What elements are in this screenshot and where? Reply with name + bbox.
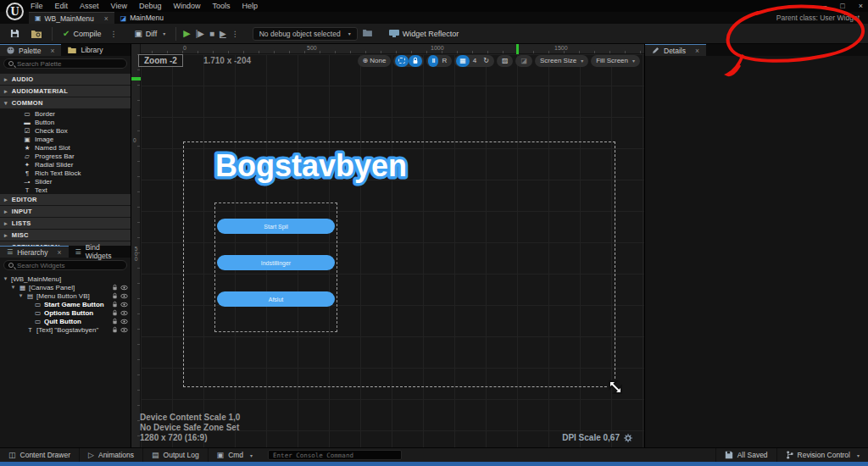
browse-asset-button[interactable]	[28, 28, 45, 40]
hierarchy-row-start-game-button[interactable]: ▭Start Game Button	[0, 300, 131, 308]
tab-mainmenu-level[interactable]: ◪ MainMenu	[114, 12, 170, 24]
hierarchy-row-text-bogstavbyen[interactable]: T[Text] "Bogstavbyen"	[0, 325, 131, 334]
lock-icon[interactable]	[112, 309, 118, 316]
hierarchy-row-canvas-panel[interactable]: ▾▦[Canvas Panel]	[0, 283, 131, 291]
browse-debug-icon[interactable]	[363, 29, 372, 38]
screen-size-dropdown[interactable]: Screen Size▾	[535, 55, 588, 67]
palette-group-input[interactable]: ▸INPUT	[0, 206, 131, 217]
eye-icon[interactable]	[120, 285, 128, 291]
play-button[interactable]: ▶	[183, 28, 190, 39]
lock-icon[interactable]	[112, 284, 118, 291]
unreal-logo-icon[interactable]: U	[6, 3, 24, 20]
palette-item-border[interactable]: ▭Border	[0, 109, 131, 118]
tab-close-icon[interactable]: ×	[695, 47, 699, 55]
menu-edit[interactable]: Edit	[55, 2, 69, 10]
tab-wb-mainmenu[interactable]: ▣ WB_MainMenu ×	[29, 12, 114, 24]
palette-item-text[interactable]: TText	[0, 186, 131, 194]
menu-widget-button-afslut[interactable]: Afslut	[217, 291, 335, 307]
lock-icon[interactable]	[112, 301, 118, 308]
palette-item-button[interactable]: ▬Button	[0, 118, 131, 126]
console-command-input[interactable]	[268, 450, 402, 460]
tab-close-icon[interactable]: ×	[50, 47, 54, 55]
palette-search-input[interactable]	[17, 60, 110, 68]
selection-outline-toggle[interactable]	[395, 55, 409, 67]
compile-options-icon[interactable]: ⋮	[109, 30, 117, 38]
menu-help[interactable]: Help	[242, 2, 258, 10]
eye-icon[interactable]	[120, 327, 128, 333]
menu-view[interactable]: View	[111, 2, 127, 10]
palette-group-audio[interactable]: ▸AUDIO	[0, 74, 131, 85]
palette-group-common[interactable]: ▾COMMON	[0, 97, 131, 108]
eye-icon[interactable]	[120, 302, 128, 308]
lock-icon[interactable]	[112, 318, 118, 325]
eye-icon[interactable]	[120, 293, 128, 299]
hierarchy-search[interactable]	[3, 260, 127, 270]
cmd-dropdown[interactable]: ▣ Cmd ▾	[209, 448, 261, 463]
tab-close-icon[interactable]: ×	[104, 14, 108, 23]
palette-group-misc[interactable]: ▸MISC	[0, 230, 131, 241]
all-saved-button[interactable]: All Saved	[715, 448, 776, 463]
eye-icon[interactable]	[120, 319, 128, 325]
lock-icon[interactable]	[112, 326, 118, 333]
menu-debug[interactable]: Debug	[139, 2, 162, 10]
gear-icon[interactable]	[624, 434, 632, 442]
palette-item-image[interactable]: ▣Image	[0, 135, 131, 143]
preview-background-dropdown[interactable]: ⊕None	[358, 55, 392, 67]
palette-group-lists[interactable]: ▸LISTS	[0, 218, 131, 229]
tab-hierarchy[interactable]: ☰ Hierarchy ×	[0, 246, 69, 258]
lock-widgets-toggle[interactable]	[409, 55, 422, 67]
preview-image-button[interactable]: ◪	[517, 55, 531, 67]
step-frame-button[interactable]: |▶	[196, 29, 204, 38]
diff-button[interactable]: ▣ Diff ▾	[131, 28, 169, 40]
stop-button[interactable]: ■	[209, 29, 214, 38]
palette-group-audiomaterial[interactable]: ▸AUDIOMATERIAL	[0, 86, 131, 97]
minimize-button[interactable]: –	[822, 2, 826, 10]
content-drawer-button[interactable]: ◫ Content Drawer	[0, 448, 80, 463]
palette-search[interactable]	[3, 58, 127, 69]
tab-library[interactable]: Library	[61, 44, 109, 56]
palette-item-named-slot[interactable]: ★Named Slot	[0, 143, 131, 152]
tab-details[interactable]: Details ×	[645, 44, 706, 56]
menu-asset[interactable]: Asset	[80, 2, 99, 10]
tab-palette[interactable]: Palette ×	[0, 44, 61, 56]
menu-widget-button-start-spil[interactable]: Start Spil	[217, 219, 335, 234]
menu-tools[interactable]: Tools	[212, 2, 230, 10]
compile-button[interactable]: ✔ Compile	[59, 27, 104, 40]
menu-window[interactable]: Window	[173, 2, 200, 10]
palette-item-progress-bar[interactable]: ▱Progress Bar	[0, 152, 131, 160]
hierarchy-row-quit-button[interactable]: ▭Quit Button	[0, 317, 131, 325]
grid-snap-toggle[interactable]: ▦	[456, 55, 470, 67]
palette-item-radial-slider[interactable]: ✦Radial Slider	[0, 160, 131, 169]
hierarchy-row-menu-button-vb[interactable]: ▾▤[Menu Button VB]	[0, 291, 131, 300]
r-toggle[interactable]: R	[438, 55, 450, 67]
menu-widget-button-indstillinger[interactable]: Indstillinger	[217, 255, 335, 270]
play-options-icon[interactable]: ⋮	[231, 30, 239, 38]
eye-icon[interactable]	[120, 310, 128, 316]
grid-snap-size[interactable]: 4	[470, 55, 480, 67]
lock-icon[interactable]	[112, 292, 118, 299]
hierarchy-search-input[interactable]	[17, 262, 110, 269]
close-button[interactable]: ×	[859, 2, 863, 10]
save-button[interactable]	[7, 27, 23, 40]
hierarchy-row-options-button[interactable]: ▭Options Button	[0, 308, 131, 317]
design-surface[interactable]: Bogstavbyen Start SpilIndstillingerAfslu…	[141, 54, 644, 447]
game-title-text[interactable]: Bogstavbyen	[212, 144, 415, 188]
palette-item-rich-text-block[interactable]: ¶Rich Text Block	[0, 169, 131, 177]
screenshot-button[interactable]: ▨	[498, 55, 512, 67]
rotate-icon[interactable]: ↻	[480, 55, 492, 67]
designer-canvas[interactable]: Bogstavbyen Start SpilIndstillingerAfslu…	[131, 44, 644, 447]
output-log-button[interactable]: ▤ Output Log	[143, 448, 209, 463]
revision-control-button[interactable]: Revision Control ▾	[776, 448, 868, 463]
tab-bind-widgets[interactable]: ☰ Bind Widgets	[69, 246, 131, 258]
menu-file[interactable]: File	[31, 2, 43, 10]
palette-item-check-box[interactable]: ☑Check Box	[0, 126, 131, 135]
palette-item-slider[interactable]: –•Slider	[0, 177, 131, 186]
tab-close-icon[interactable]: ×	[58, 248, 62, 257]
debug-object-dropdown[interactable]: No debug object selected ▾	[253, 27, 358, 41]
widget-reflector-button[interactable]: Widget Reflector	[386, 28, 463, 40]
palette-group-editor[interactable]: ▸EDITOR	[0, 194, 131, 205]
animations-button[interactable]: ▷ Animations	[80, 448, 143, 463]
respect-locks-toggle[interactable]: ‖	[428, 55, 438, 67]
fill-screen-dropdown[interactable]: Fill Screen▾	[591, 55, 640, 67]
hierarchy-row-wb-mainmenu[interactable]: ▾[WB_MainMenu]	[0, 275, 131, 283]
